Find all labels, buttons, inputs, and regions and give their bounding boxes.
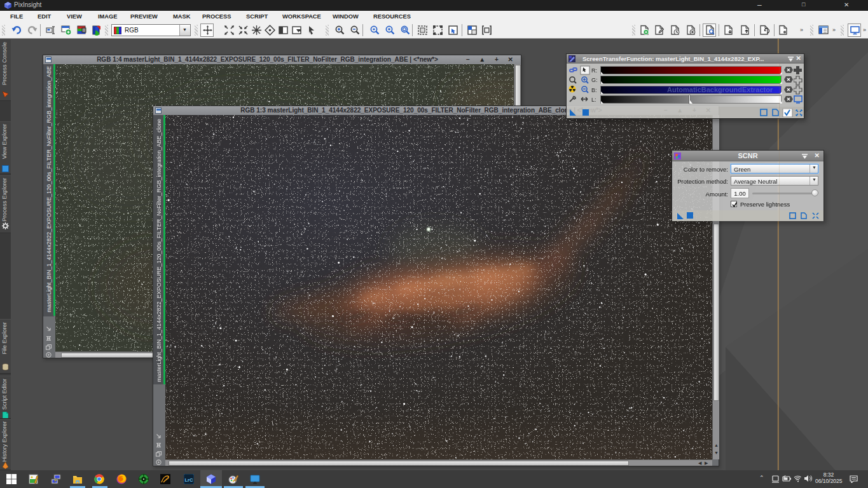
svg-text:LrC: LrC [185,477,194,483]
